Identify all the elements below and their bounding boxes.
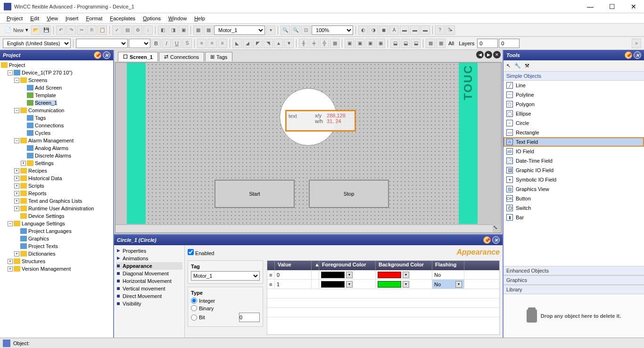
table-row[interactable]: ≡ 1 ▾ ▾ No▾ [267,280,499,289]
tool-button[interactable]: OKButton [504,194,644,203]
enhanced-objects-header[interactable]: Enhanced Objects [504,266,644,275]
minimize-button[interactable]: — [584,2,597,11]
tag-select[interactable]: Motor_1 [191,271,260,281]
horizontal-scrollbar[interactable] [116,224,493,232]
type-binary-radio[interactable] [191,305,197,311]
font-combo[interactable] [76,39,128,48]
props-cat-animations[interactable]: Animations [116,255,182,262]
props-item-direct[interactable]: Direct Movement [116,292,182,300]
align-center-icon[interactable]: ≡ [207,39,217,48]
menu-window[interactable]: Window [165,15,190,22]
type-bit-radio[interactable] [191,315,197,321]
menu-project[interactable]: Project [3,15,26,22]
menu-options[interactable]: Options [139,15,165,22]
tool-iofield[interactable]: abIO Field [504,147,644,156]
align-right-icon[interactable]: ≡ [218,39,227,48]
arr-3-icon[interactable]: ◤ [253,39,263,48]
motor-combo[interactable]: Motor_1 [214,25,265,35]
props-item-vis[interactable]: Visibility [116,300,182,307]
tool-datetime[interactable]: 🕐Date-Time Field [504,156,644,166]
italic-icon[interactable]: I [162,39,171,48]
dist-2-icon[interactable]: ╪ [309,39,319,48]
start-button[interactable]: Start [215,180,295,208]
close-panel-icon[interactable]: ✕ [103,51,110,59]
enabled-checkbox[interactable] [188,249,194,255]
props-cat-properties[interactable]: Properties [116,247,182,255]
layer-3-icon[interactable]: ⬓ [411,39,421,48]
props-item-appearance[interactable]: Appearance [116,262,182,270]
wrench-icon[interactable]: 🔧 [514,63,521,69]
zoom-combo[interactable]: 100% [312,25,353,35]
resize-grip-icon[interactable]: ⤡ [493,224,501,232]
tab-connections[interactable]: ⇄Connections [159,52,204,61]
bold-icon[interactable]: B [151,39,161,48]
tool-polyline[interactable]: 〰Polyline [504,90,644,99]
tool-sio[interactable]: ▾Symbolic IO Field [504,175,644,184]
tab-prev-icon[interactable]: ◀ [476,51,484,58]
transfer-icon[interactable]: ▤ [123,25,132,35]
tool-switch[interactable]: ⏻Switch [504,203,644,213]
help-icon[interactable]: ? [435,25,445,35]
props-close-icon[interactable]: ✕ [492,236,500,244]
zoom-fit-icon[interactable]: ⊡ [301,25,311,35]
cut-icon[interactable]: ✂ [77,25,86,35]
tab-screen1[interactable]: ☐Screen_1 [118,52,158,61]
menu-edit[interactable]: Edit [26,15,43,22]
tb-btn-a[interactable]: ◐ [358,25,368,35]
tool-rectangle[interactable]: ▭Rectangle [504,128,644,137]
arr-6-icon[interactable]: ▼ [284,39,294,48]
strike-icon[interactable]: S [182,39,192,48]
zoom-out-icon[interactable]: 🔍 [291,25,300,35]
layer-2-icon[interactable]: ⬓ [401,39,410,48]
library-header[interactable]: Library [504,285,644,294]
text-field-placement[interactable]: text x/y 288,128 w/h 31, 24 [285,110,356,132]
delete-drop-zone[interactable]: Drop any object here to delete it. [504,294,644,338]
tool-polygon[interactable]: ⬠Polygon [504,99,644,109]
dropdown-icon[interactable]: ▾ [266,25,275,35]
whatsthis-icon[interactable]: ?▸ [446,25,455,35]
menu-help[interactable]: Help [190,15,209,22]
tb-btn-2[interactable]: ◨ [168,25,178,35]
maximize-button[interactable]: ☐ [605,2,619,11]
tb-btn-e[interactable]: ▬ [410,25,420,35]
open-icon[interactable]: 📂 [31,25,41,35]
tab-tags[interactable]: ⊞Tags [205,52,232,61]
tb-btn-b[interactable]: ◑ [369,25,378,35]
chevron-overflow-icon[interactable]: » [632,39,641,48]
tab-close-icon[interactable]: ✕ [493,51,501,58]
order-2-icon[interactable]: ▣ [355,39,364,48]
tools-icon[interactable]: ⚒ [525,63,529,69]
close-button[interactable]: ✕ [627,2,640,11]
table-row[interactable]: ≡ 0 ▾ ▾ No [267,270,499,280]
pin-icon[interactable]: 📌 [94,51,101,59]
order-4-icon[interactable]: ▣ [376,39,385,48]
order-3-icon[interactable]: ▣ [365,39,375,48]
layer-1-icon[interactable]: ⬓ [390,39,400,48]
compile-icon[interactable]: ⚙ [133,25,142,35]
zoom-in-icon[interactable]: 🔍 [281,25,290,35]
coord-x-input[interactable] [477,39,498,48]
paste-icon[interactable]: 📋 [98,25,107,35]
coord-y-input[interactable] [499,39,520,48]
menu-format[interactable]: Format [82,15,106,22]
dist-4-icon[interactable]: ▦ [330,39,339,48]
stop-button[interactable]: Stop [309,180,389,208]
tb-btn-5[interactable]: ▦ [204,25,213,35]
tb-btn-c[interactable]: ◼ [379,25,388,35]
font-color-icon[interactable]: A [389,25,399,35]
undo-icon[interactable]: ↶ [56,25,66,35]
cursor-icon[interactable]: ↖ [506,63,511,69]
arr-2-icon[interactable]: ◢ [243,39,252,48]
props-pin-icon[interactable]: 📌 [483,236,491,244]
tool-textfield[interactable]: AText Field [504,137,644,147]
dist-3-icon[interactable]: ╬ [320,39,329,48]
design-canvas[interactable]: TOUC text x/y 288,128 w/h 31, 24 Start S… [115,62,502,233]
enabled-checkbox-label[interactable]: Enabled [188,249,456,256]
props-item-diag[interactable]: Diagonal Movement [116,270,182,277]
menu-insert[interactable]: Insert [62,15,83,22]
tool-ellipse[interactable]: ◯Ellipse [504,109,644,118]
download-icon[interactable]: ↓ [143,25,153,35]
tool-line[interactable]: ╱Line [504,81,644,90]
props-item-vert[interactable]: Vertical movement [116,285,182,292]
tool-circle[interactable]: ○Circle [504,118,644,128]
